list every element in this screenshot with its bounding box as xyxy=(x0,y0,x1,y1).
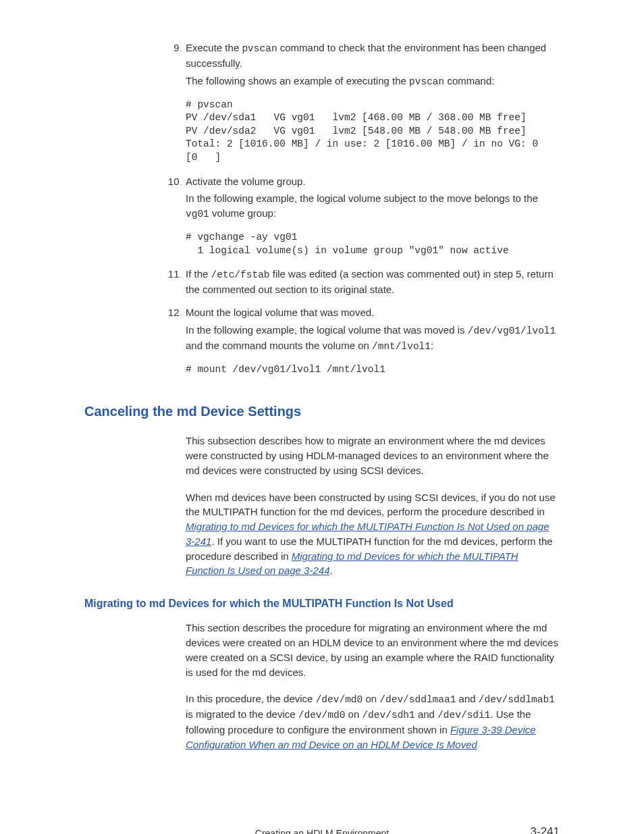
section-heading: Canceling the md Device Settings xyxy=(84,402,560,421)
chapter-title: Creating an HDLM Environment xyxy=(255,828,389,834)
paragraph: When md devices have been constructed by… xyxy=(186,490,560,579)
page-footer: Creating an HDLM Environment 3-241 xyxy=(84,827,560,834)
step-body: Execute the pvscan command to check that… xyxy=(186,41,560,165)
code-inline: /dev/sddlmab1 xyxy=(479,694,555,705)
paragraph: This subsection describes how to migrate… xyxy=(186,434,560,477)
code-inline: /etc/fstab xyxy=(211,269,270,280)
step-11: 11. If the /etc/fstab file was edited (a… xyxy=(84,267,560,297)
step-9: 9. Execute the pvscan command to check t… xyxy=(84,41,560,165)
code-inline: pvscan xyxy=(242,43,277,54)
subsection-heading: Migrating to md Devices for which the MU… xyxy=(84,596,560,611)
page-number: 3-241 xyxy=(531,824,560,834)
code-inline: /mnt/lvol1 xyxy=(372,341,431,352)
code-inline: pvscan xyxy=(409,76,444,87)
code-inline: /dev/sddlmaa1 xyxy=(379,694,456,705)
step-body: If the /etc/fstab file was edited (a sec… xyxy=(186,267,560,297)
paragraph: In this procedure, the device /dev/md0 o… xyxy=(186,692,560,752)
code-inline: vg01 xyxy=(186,209,209,219)
step-body: Mount the logical volume that was moved.… xyxy=(186,305,560,376)
step-10: 10. Activate the volume group. In the fo… xyxy=(84,174,560,258)
code-inline: /dev/sdh1 xyxy=(362,710,414,721)
code-block: # pvscan PV /dev/sda1 VG vg01 lvm2 [468.… xyxy=(186,99,560,165)
code-block: # vgchange -ay vg01 1 logical volume(s) … xyxy=(186,231,560,257)
step-number: 11. xyxy=(165,267,182,282)
code-inline: /dev/vg01/lvol1 xyxy=(468,325,556,336)
step-number: 9. xyxy=(165,41,182,55)
step-number: 12. xyxy=(165,305,182,320)
step-12: 12. Mount the logical volume that was mo… xyxy=(84,305,560,376)
code-inline: /dev/md0 xyxy=(316,694,363,705)
code-inline: /dev/md0 xyxy=(298,710,346,721)
code-block: # mount /dev/vg01/lvol1 /mnt/lvol1 xyxy=(186,363,560,377)
step-body: Activate the volume group. In the follow… xyxy=(186,174,560,258)
code-inline: /dev/sdi1 xyxy=(437,710,490,721)
step-number: 10. xyxy=(165,174,182,189)
paragraph: This section describes the procedure for… xyxy=(186,621,560,679)
